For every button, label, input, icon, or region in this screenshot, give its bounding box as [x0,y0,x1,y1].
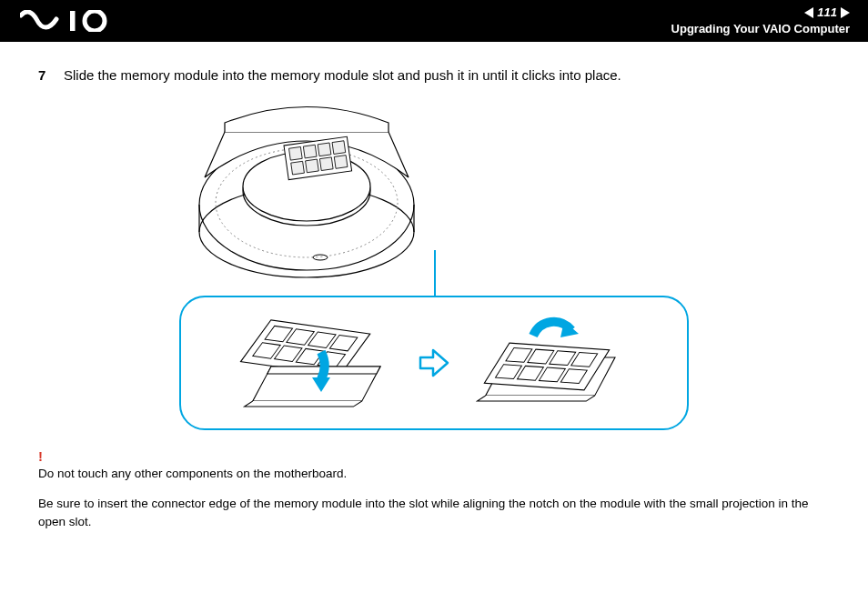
instruction-step: 7 Slide the memory module into the memor… [38,67,830,83]
warning-icon: ! [38,447,830,467]
warning-text: Do not touch any other components on the… [38,465,830,483]
svg-rect-9 [303,145,317,158]
memory-insert-step2 [469,308,633,417]
step-text: Slide the memory module into the memory … [64,67,621,83]
svg-rect-0 [70,11,76,31]
svg-rect-14 [319,157,333,171]
vaio-logo [20,10,120,32]
svg-point-1 [85,11,105,31]
header-right: 111 Upgrading Your VAIO Computer [671,5,850,37]
detail-callout [179,296,689,430]
step-number: 7 [38,67,51,83]
callout-line [434,250,436,296]
svg-rect-10 [318,143,331,156]
nav-next-icon[interactable] [841,7,850,18]
section-title: Upgrading Your VAIO Computer [671,22,850,37]
arrow-right-icon [419,347,449,378]
notes: ! Do not touch any other components on t… [38,447,830,530]
svg-rect-8 [289,146,303,160]
svg-rect-12 [291,161,305,175]
figure [179,95,689,430]
nav-prev-icon[interactable] [804,7,813,18]
memory-insert-step1 [235,308,399,417]
note-text: Be sure to insert the connector edge of … [38,495,830,530]
page-header: 111 Upgrading Your VAIO Computer [0,0,868,42]
page-number: 111 [817,5,837,21]
svg-rect-11 [332,141,346,155]
svg-rect-15 [334,156,348,169]
svg-rect-13 [306,159,319,173]
content: 7 Slide the memory module into the memor… [0,42,868,530]
page-nav: 111 [671,5,850,21]
